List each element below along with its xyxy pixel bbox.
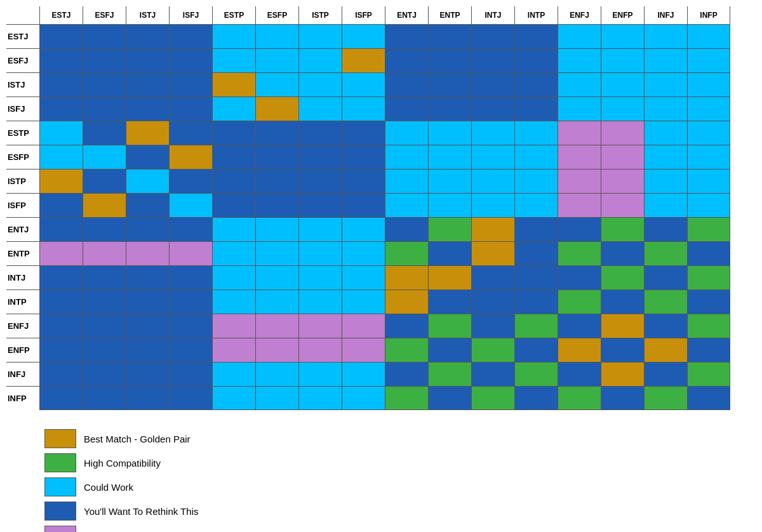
- cell-ESFP-ENTP: [428, 145, 471, 169]
- cell-INTP-INFJ: [644, 289, 687, 314]
- cell-ESFP-ISTP: [298, 145, 342, 169]
- cell-ISFP-ENFJ: [558, 193, 601, 217]
- cell-INTJ-ENTJ: [385, 265, 428, 289]
- cell-INFJ-ISTP: [298, 362, 342, 386]
- cell-ISTP-ISFP: [342, 169, 385, 193]
- cell-INTP-ENTP: [428, 289, 471, 314]
- row-label-ISTP: ISTP: [6, 169, 39, 193]
- cell-ESTJ-INTJ: [471, 24, 514, 48]
- cell-ESFP-ESTP: [212, 145, 255, 169]
- cell-ENFP-INFJ: [644, 338, 687, 362]
- cell-ESFJ-ISTP: [298, 48, 342, 72]
- legend: Best Match - Golden PairHigh Compatibili…: [44, 429, 198, 532]
- cell-ISTP-ESTP: [212, 169, 255, 193]
- cell-ISTP-ENFJ: [558, 169, 601, 193]
- cell-ISFJ-ESTJ: [39, 96, 83, 121]
- grid-row-ESTJ: [39, 24, 730, 48]
- cell-ENFJ-ESFJ: [83, 314, 126, 338]
- cell-ENFP-ISTJ: [126, 338, 169, 362]
- cell-ESFJ-ESTJ: [39, 48, 83, 72]
- cell-ISFJ-ENTJ: [385, 96, 428, 121]
- cell-ESFP-ESFJ: [83, 145, 126, 169]
- cell-ISFP-INFP: [687, 193, 730, 217]
- cell-INTP-ENTJ: [385, 289, 428, 314]
- col-header-INTJ: INTJ: [471, 6, 514, 24]
- cell-INFJ-ISFJ: [169, 362, 212, 386]
- row-label-ENFJ: ENFJ: [6, 314, 39, 338]
- cell-INFJ-ISFP: [342, 362, 385, 386]
- cell-ISTJ-ESTJ: [39, 72, 83, 96]
- cell-ENFP-INTJ: [471, 338, 514, 362]
- cell-ESTP-ESTJ: [39, 121, 83, 145]
- cell-ISFP-INTJ: [471, 193, 514, 217]
- cell-INTJ-ENFP: [601, 265, 644, 289]
- cell-ESFJ-ISTJ: [126, 48, 169, 72]
- cell-INTJ-ESTJ: [39, 265, 83, 289]
- legend-box-light-blue: [44, 477, 76, 496]
- cell-ISTJ-INFJ: [644, 72, 687, 96]
- cell-ISFJ-ISFP: [342, 96, 385, 121]
- legend-label-2: Could Work: [84, 482, 133, 493]
- cell-ISTJ-ISFP: [342, 72, 385, 96]
- cell-INTJ-ISFP: [342, 265, 385, 289]
- col-header-INFP: INFP: [687, 6, 730, 24]
- cell-INTJ-ISTP: [298, 265, 342, 289]
- cell-ENTP-INFP: [687, 241, 730, 265]
- cell-INTP-ENFJ: [558, 289, 601, 314]
- cell-ISTP-ENTJ: [385, 169, 428, 193]
- cell-ISTP-ENFP: [601, 169, 644, 193]
- cell-ISFP-ENTP: [428, 193, 471, 217]
- cell-ISTJ-INFP: [687, 72, 730, 96]
- cell-ESTJ-ESFP: [255, 24, 298, 48]
- grid-row-ENFP: [39, 338, 730, 362]
- grid-row-ISTJ: [39, 72, 730, 96]
- cell-ISFP-ESTJ: [39, 193, 83, 217]
- cell-ESFJ-ESTP: [212, 48, 255, 72]
- cell-INFP-ESFJ: [83, 386, 126, 410]
- row-label-ENTP: ENTP: [6, 241, 39, 265]
- cell-INFP-INFJ: [644, 386, 687, 410]
- cell-ENTP-ISTJ: [126, 241, 169, 265]
- cell-ESTJ-ISTJ: [126, 24, 169, 48]
- legend-item-0: Best Match - Golden Pair: [44, 429, 198, 448]
- cell-ENFP-ISFP: [342, 338, 385, 362]
- cell-INFJ-ESFP: [255, 362, 298, 386]
- cell-ENFP-ESTP: [212, 338, 255, 362]
- cell-ENFJ-ESTJ: [39, 314, 83, 338]
- cell-INTP-ESFJ: [83, 289, 126, 314]
- type-header-label: [6, 6, 39, 24]
- cell-ENTJ-ISFP: [342, 217, 385, 241]
- col-header-ESTJ: ESTJ: [39, 6, 83, 24]
- cell-ISTJ-ENTJ: [385, 72, 428, 96]
- cell-ESFJ-ESFJ: [83, 48, 126, 72]
- cell-ISTP-INTJ: [471, 169, 514, 193]
- cell-ENFJ-INTP: [514, 314, 558, 338]
- cell-ISFP-ENFP: [601, 193, 644, 217]
- cell-ESFP-ENTJ: [385, 145, 428, 169]
- cell-ISFJ-ESFJ: [83, 96, 126, 121]
- row-label-INTP: INTP: [6, 289, 39, 314]
- cell-ISTP-INTP: [514, 169, 558, 193]
- cell-ISTJ-ENTP: [428, 72, 471, 96]
- cell-ESFP-ISTJ: [126, 145, 169, 169]
- cell-ENTP-ENTP: [428, 241, 471, 265]
- col-header-ENFJ: ENFJ: [558, 6, 601, 24]
- cell-ESFJ-INFP: [687, 48, 730, 72]
- cell-INFJ-INFJ: [644, 362, 687, 386]
- cell-ESTJ-INFP: [687, 24, 730, 48]
- grid-row-INFJ: [39, 362, 730, 386]
- cell-INTP-INFP: [687, 289, 730, 314]
- cell-ISFJ-ENTP: [428, 96, 471, 121]
- cell-ISTJ-ESTP: [212, 72, 255, 96]
- cell-ESTJ-ENTJ: [385, 24, 428, 48]
- grid-wrapper: ESTJESFJISTJISFJESTPESFPISTPISFPENTJENTP…: [6, 6, 730, 410]
- grid-row-INTP: [39, 289, 730, 314]
- cell-ISFP-ISFJ: [169, 193, 212, 217]
- cell-INTP-ISTJ: [126, 289, 169, 314]
- cell-ENFJ-ENFJ: [558, 314, 601, 338]
- cell-ISTJ-ISTP: [298, 72, 342, 96]
- cell-ESFJ-INFJ: [644, 48, 687, 72]
- cell-ISFP-ESTP: [212, 193, 255, 217]
- legend-box-green: [44, 453, 76, 472]
- cell-ISFJ-ENFP: [601, 96, 644, 121]
